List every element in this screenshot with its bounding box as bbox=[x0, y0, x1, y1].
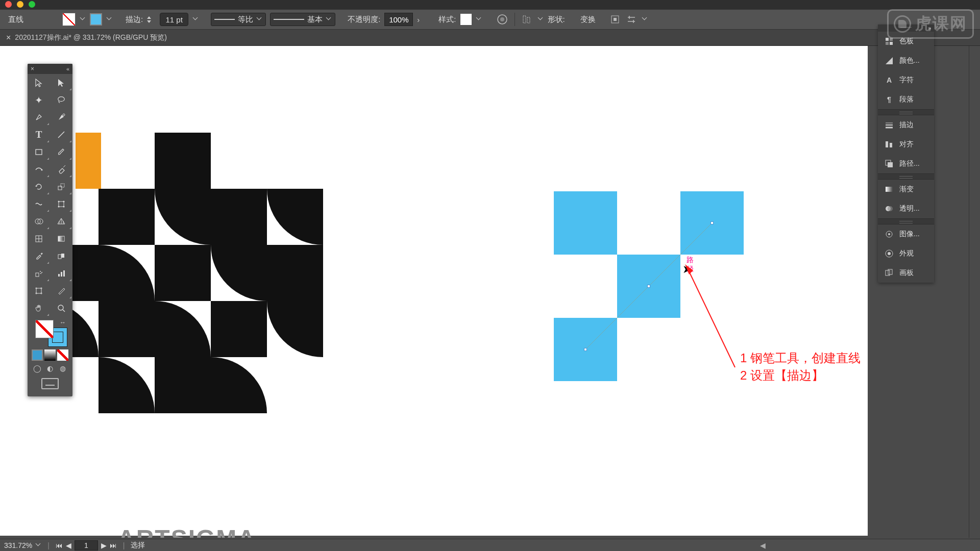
collapse-icon[interactable]: « bbox=[66, 66, 69, 72]
panel-artboards[interactable]: 画板 bbox=[878, 263, 934, 283]
anchor-point[interactable] bbox=[584, 348, 587, 351]
stroke-weight-stepper[interactable] bbox=[147, 13, 154, 26]
draw-inside-icon[interactable]: ◍ bbox=[58, 364, 68, 373]
anchor-point[interactable] bbox=[647, 285, 650, 288]
curvature-tool[interactable] bbox=[50, 109, 72, 126]
document-tab-title[interactable]: 20201127操作.ai* @ 331.72% (RGB/GPU 预览) bbox=[15, 33, 166, 42]
direct-selection-tool[interactable] bbox=[50, 74, 72, 91]
brush-def-dropdown[interactable]: 基本 bbox=[270, 13, 335, 26]
close-icon[interactable]: × bbox=[31, 65, 34, 72]
selection-tool[interactable] bbox=[28, 74, 50, 91]
tools-panel-header[interactable]: × « bbox=[28, 64, 72, 74]
stroke-weight-input[interactable]: 11 pt bbox=[160, 13, 188, 26]
recolor-artwork-icon[interactable] bbox=[496, 13, 508, 26]
gradient-tool[interactable] bbox=[50, 230, 72, 247]
color-icon bbox=[884, 56, 894, 66]
svg-rect-44 bbox=[886, 141, 888, 147]
opacity-flyout-icon[interactable]: › bbox=[417, 15, 424, 24]
blend-tool[interactable] bbox=[50, 247, 72, 265]
slice-tool[interactable] bbox=[50, 282, 72, 299]
eraser-tool[interactable] bbox=[50, 161, 72, 178]
draw-normal-icon[interactable]: ◯ bbox=[32, 364, 42, 373]
symbol-sprayer-tool[interactable] bbox=[28, 265, 50, 282]
line-segment-tool[interactable] bbox=[50, 126, 72, 143]
panel-pathfinder[interactable]: 路径... bbox=[878, 154, 934, 173]
pen-tool[interactable] bbox=[28, 109, 50, 126]
opacity-input[interactable]: 100% bbox=[384, 13, 413, 26]
panel-character[interactable]: A字符 bbox=[878, 70, 934, 90]
mac-close-button[interactable] bbox=[5, 1, 12, 8]
artboard[interactable]: ARTSIGMA D UP 路径 ➤ 1 钢笔工具，创建直线 bbox=[0, 46, 868, 536]
width-tool[interactable] bbox=[28, 195, 50, 213]
shaper-tool[interactable] bbox=[28, 161, 50, 178]
scale-tool[interactable] bbox=[50, 178, 72, 195]
canvas-area[interactable]: ARTSIGMA D UP 路径 ➤ 1 钢笔工具，创建直线 bbox=[0, 46, 968, 538]
gradient-mode-button[interactable] bbox=[44, 349, 56, 361]
annotation-line1: 1 钢笔工具，创建直线 bbox=[740, 349, 861, 367]
fill-swatch[interactable] bbox=[62, 13, 76, 26]
chevron-down-icon[interactable] bbox=[477, 17, 482, 22]
chevron-down-icon[interactable] bbox=[193, 17, 199, 22]
panel-image-trace[interactable]: 图像... bbox=[878, 224, 934, 244]
panel-stroke[interactable]: 描边 bbox=[878, 115, 934, 135]
isolate-icon[interactable] bbox=[609, 13, 621, 26]
color-mode-button[interactable] bbox=[32, 349, 43, 361]
eyedropper-tool[interactable] bbox=[28, 247, 50, 265]
panel-color[interactable]: 颜色... bbox=[878, 51, 934, 70]
stroke-label: 描边: bbox=[126, 15, 143, 24]
column-graph-tool[interactable] bbox=[50, 265, 72, 282]
chevron-down-icon bbox=[257, 17, 262, 22]
vertical-scrollbar[interactable] bbox=[969, 46, 980, 538]
align-dropdown-icon[interactable] bbox=[521, 13, 533, 26]
zoom-level-field[interactable]: 331.72% bbox=[4, 541, 41, 549]
artboard-tool[interactable] bbox=[28, 282, 50, 299]
screen-mode-button[interactable] bbox=[41, 378, 59, 389]
shape-builder-tool[interactable] bbox=[28, 213, 50, 230]
panel-transparency[interactable]: 透明... bbox=[878, 199, 934, 218]
zoom-tool[interactable] bbox=[50, 299, 72, 317]
magic-wand-tool[interactable]: ✦ bbox=[28, 91, 50, 109]
rotate-tool[interactable] bbox=[28, 178, 50, 195]
mac-zoom-button[interactable] bbox=[29, 1, 35, 8]
draw-behind-icon[interactable]: ◐ bbox=[45, 364, 55, 373]
first-artboard-icon[interactable]: ⏮ bbox=[56, 541, 63, 549]
stroke-color-swatch[interactable] bbox=[90, 13, 102, 26]
last-artboard-icon[interactable]: ⏭ bbox=[110, 541, 117, 549]
panel-gradient[interactable]: 渐变 bbox=[878, 180, 934, 199]
panel-appearance[interactable]: 外观 bbox=[878, 244, 934, 263]
paintbrush-tool[interactable] bbox=[50, 143, 72, 161]
fill-indicator[interactable] bbox=[35, 320, 54, 338]
mac-minimize-button[interactable] bbox=[17, 1, 23, 8]
panel-align[interactable]: 对齐 bbox=[878, 135, 934, 154]
close-icon[interactable]: × bbox=[6, 33, 11, 42]
svg-line-13 bbox=[63, 165, 65, 167]
mesh-tool[interactable] bbox=[28, 230, 50, 247]
anchor-point[interactable] bbox=[710, 221, 714, 224]
perspective-grid-tool[interactable] bbox=[50, 213, 72, 230]
chevron-down-icon[interactable] bbox=[538, 17, 544, 22]
shape-label[interactable]: 形状: bbox=[548, 15, 565, 24]
prev-artboard-icon[interactable]: ◀ bbox=[66, 541, 71, 549]
free-transform-tool[interactable] bbox=[50, 195, 72, 213]
artboard-number-input[interactable]: 1 bbox=[75, 540, 98, 550]
hand-tool[interactable] bbox=[28, 299, 50, 317]
transform-label[interactable]: 变换 bbox=[580, 15, 596, 24]
preferences-dropdown-icon[interactable] bbox=[625, 13, 638, 26]
lasso-tool[interactable] bbox=[50, 91, 72, 109]
width-profile-dropdown[interactable]: 等比 bbox=[211, 13, 266, 26]
svg-rect-32 bbox=[61, 272, 62, 277]
paragraph-icon: ¶ bbox=[884, 94, 894, 105]
next-artboard-icon[interactable]: ▶ bbox=[101, 541, 107, 549]
chevron-down-icon[interactable] bbox=[81, 17, 86, 22]
none-mode-button[interactable] bbox=[57, 349, 68, 361]
hscroll-left-icon[interactable]: ◀ bbox=[760, 541, 766, 549]
panel-paragraph[interactable]: ¶段落 bbox=[878, 90, 934, 109]
swap-fill-stroke-icon[interactable]: ↔ bbox=[60, 319, 66, 326]
graphic-style-swatch[interactable] bbox=[460, 14, 472, 25]
line-profile-icon bbox=[214, 19, 235, 20]
chevron-down-icon[interactable] bbox=[643, 17, 648, 22]
rectangle-tool[interactable] bbox=[28, 143, 50, 161]
type-tool[interactable]: T bbox=[28, 126, 50, 143]
artboard-nav[interactable]: ⏮ ◀ 1 ▶ ⏭ bbox=[56, 540, 117, 550]
chevron-down-icon[interactable] bbox=[107, 17, 112, 22]
